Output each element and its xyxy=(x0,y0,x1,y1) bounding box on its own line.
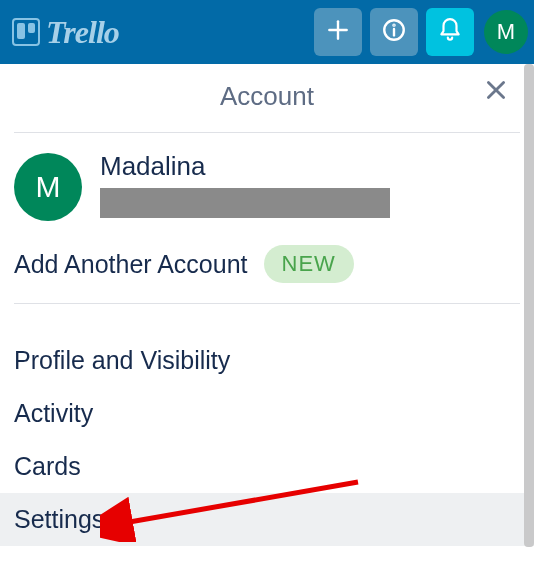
menu-item-label: Settings xyxy=(14,505,104,533)
info-icon xyxy=(381,17,407,47)
close-icon xyxy=(483,77,509,107)
bell-icon xyxy=(437,17,463,47)
divider xyxy=(14,303,520,304)
header-avatar-initial: M xyxy=(497,19,515,45)
add-account-label: Add Another Account xyxy=(14,250,248,279)
account-menu: Profile and Visibility Activity Cards Se… xyxy=(0,314,534,546)
menu-item-activity[interactable]: Activity xyxy=(0,387,534,440)
app-header: Trello xyxy=(0,0,534,64)
svg-point-4 xyxy=(393,25,394,26)
account-avatar-initial: M xyxy=(36,170,61,204)
plus-icon xyxy=(325,17,351,47)
info-button[interactable] xyxy=(370,8,418,56)
current-account: M Madalina xyxy=(0,143,534,221)
new-badge: NEW xyxy=(264,245,354,283)
panel-title: Account xyxy=(220,81,314,112)
scrollbar[interactable] xyxy=(524,64,534,547)
menu-item-label: Profile and Visibility xyxy=(14,346,230,374)
menu-item-settings[interactable]: Settings xyxy=(0,493,534,546)
divider xyxy=(14,132,520,133)
account-panel: Account M Madalina Add Another Account N… xyxy=(0,70,534,565)
add-account-row[interactable]: Add Another Account NEW xyxy=(0,221,534,293)
account-avatar: M xyxy=(14,153,82,221)
account-email-redacted xyxy=(100,188,390,218)
close-button[interactable] xyxy=(480,76,512,108)
header-avatar[interactable]: M xyxy=(484,10,528,54)
menu-item-profile-visibility[interactable]: Profile and Visibility xyxy=(0,334,534,387)
menu-item-cards[interactable]: Cards xyxy=(0,440,534,493)
menu-item-label: Cards xyxy=(14,452,81,480)
trello-logo-icon xyxy=(12,18,40,46)
notifications-button[interactable] xyxy=(426,8,474,56)
trello-logo[interactable]: Trello xyxy=(12,14,119,51)
menu-item-label: Activity xyxy=(14,399,93,427)
account-name: Madalina xyxy=(100,151,390,182)
trello-logo-text: Trello xyxy=(46,14,119,51)
panel-header: Account xyxy=(0,70,534,122)
account-info: Madalina xyxy=(100,151,390,218)
header-actions: M xyxy=(314,8,528,56)
create-button[interactable] xyxy=(314,8,362,56)
